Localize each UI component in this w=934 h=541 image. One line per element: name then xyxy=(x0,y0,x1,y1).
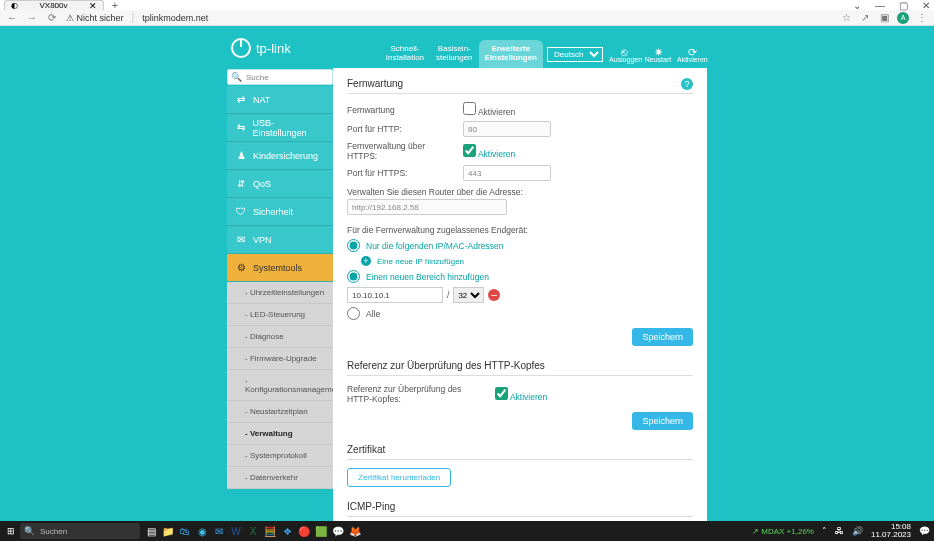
sidebar-item-usb[interactable]: ⇆USB-Einstellungen xyxy=(227,114,333,142)
taskbar-app-edge[interactable]: ◉ xyxy=(195,524,209,538)
refresh-icon: ⟳ xyxy=(677,48,707,56)
logout-button[interactable]: ⎋Ausloggen xyxy=(609,48,639,64)
taskbar-app-word[interactable]: W xyxy=(229,524,243,538)
win-minimize-icon[interactable]: — xyxy=(875,0,885,11)
tab-basic-settings[interactable]: Basisein-stellungen xyxy=(430,40,478,68)
taskbar-app-vscode[interactable]: ❖ xyxy=(280,524,294,538)
range-ip-input[interactable] xyxy=(347,287,443,303)
nav-forward-icon[interactable]: → xyxy=(26,12,38,23)
https-port-label: Port für HTTPS: xyxy=(347,168,455,178)
nav-back-icon[interactable]: ← xyxy=(6,12,18,23)
gear-icon: ⚙ xyxy=(235,262,247,273)
subitem-firmware[interactable]: - Firmware-Upgrade xyxy=(227,348,333,370)
taskbar-app-explorer[interactable]: 📁 xyxy=(161,524,175,538)
save-button-remote[interactable]: Speichern xyxy=(632,328,693,346)
taskbar-app-store[interactable]: 🛍 xyxy=(178,524,192,538)
share-icon[interactable]: ↗ xyxy=(859,12,871,23)
subitem-management[interactable]: - Verwaltung xyxy=(227,423,333,445)
tray-network-icon[interactable]: 🖧 xyxy=(835,526,844,536)
https-mgmt-label: Fernverwaltung über HTTPS: xyxy=(347,141,455,161)
tray-chevron-up-icon[interactable]: ˄ xyxy=(822,526,827,536)
sidebar-item-nat[interactable]: ⇄NAT xyxy=(227,86,333,114)
tplink-logo-icon xyxy=(231,38,251,58)
section-title-icmp: ICMP-Ping xyxy=(347,501,693,517)
security-indicator[interactable]: ⚠ Nicht sicher xyxy=(66,13,124,23)
sidebar-item-systemtools[interactable]: ⚙Systemtools xyxy=(227,254,333,282)
extensions-icon[interactable]: ▣ xyxy=(878,12,890,23)
tab-close-icon[interactable]: ✕ xyxy=(89,1,97,11)
task-view-icon[interactable]: ▤ xyxy=(144,524,158,538)
help-icon[interactable]: ? xyxy=(681,78,693,90)
remote-activate-checkbox[interactable]: Aktivieren xyxy=(463,102,515,117)
win-close-icon[interactable]: ✕ xyxy=(922,0,930,11)
language-select[interactable]: Deutsch xyxy=(547,47,603,62)
radio-only-ipmac[interactable] xyxy=(347,239,360,252)
radio-all-label: Alle xyxy=(366,309,380,319)
subitem-led[interactable]: - LED-Steuerung xyxy=(227,304,333,326)
subitem-time[interactable]: - Uhrzeitleinstellungen xyxy=(227,282,333,304)
taskbar-app-firefox[interactable]: 🦊 xyxy=(348,524,362,538)
add-ip-icon[interactable]: + xyxy=(361,256,371,266)
radio-all[interactable] xyxy=(347,307,360,320)
reboot-button[interactable]: ✷Neustart xyxy=(643,48,673,64)
profile-avatar[interactable]: A xyxy=(897,12,909,24)
save-button-referer[interactable]: Speichern xyxy=(632,412,693,430)
management-url-field xyxy=(347,199,507,215)
brand-logo: tp-link xyxy=(227,38,295,68)
tab-favicon: ◐ xyxy=(11,1,18,10)
subitem-reboot-schedule[interactable]: - Neustartzeitplan xyxy=(227,401,333,423)
subitem-diagnose[interactable]: - Diagnose xyxy=(227,326,333,348)
http-port-label: Port für HTTP: xyxy=(347,124,455,134)
menu-icon[interactable]: ⋮ xyxy=(916,12,928,23)
radio-add-range[interactable] xyxy=(347,270,360,283)
taskbar-search-input[interactable]: Suchen xyxy=(20,523,140,539)
http-port-input[interactable] xyxy=(463,121,551,137)
sidebar-item-vpn[interactable]: ✉VPN xyxy=(227,226,333,254)
logout-icon: ⎋ xyxy=(609,48,639,56)
radio-add-range-label: Einen neuen Bereich hinzufügen xyxy=(366,272,489,282)
tray-volume-icon[interactable]: 🔊 xyxy=(852,526,863,536)
tab-title: VX800v xyxy=(39,1,67,10)
browser-tab[interactable]: ◐ VX800v ✕ xyxy=(4,0,104,10)
range-mask-select[interactable]: 32 xyxy=(453,287,484,303)
sidebar-search-input[interactable]: Suche xyxy=(227,69,333,85)
tab-advanced-settings[interactable]: ErweiterteEinstellungen xyxy=(479,40,543,68)
qos-icon: ⇵ xyxy=(235,178,247,189)
win-restore-down-icon[interactable]: ⌄ xyxy=(853,0,861,11)
taskbar-app-chrome[interactable]: 🔴 xyxy=(297,524,311,538)
taskbar-app-term[interactable]: 🟩 xyxy=(314,524,328,538)
subitem-config[interactable]: - Konfigurationsmanagement xyxy=(227,370,333,401)
tab-quick-install[interactable]: Schnell-Installation xyxy=(380,40,430,68)
bookmark-icon[interactable]: ☆ xyxy=(840,12,852,23)
taskbar-app-mail[interactable]: ✉ xyxy=(212,524,226,538)
https-port-input[interactable] xyxy=(463,165,551,181)
activate-button[interactable]: ⟳Aktivieren xyxy=(677,48,707,64)
taskbar-app-calc[interactable]: 🧮 xyxy=(263,524,277,538)
radio-only-ipmac-label: Nur die folgenden IP/MAC-Adressen xyxy=(366,241,504,251)
range-separator: / xyxy=(447,290,449,300)
section-title-referer: Referenz zur Überprüfung des HTTP-Kopfes xyxy=(347,360,693,376)
new-tab-button[interactable]: + xyxy=(104,0,126,11)
sidebar-item-parental[interactable]: ♟Kindersicherung xyxy=(227,142,333,170)
https-activate-checkbox[interactable]: Aktivieren xyxy=(463,144,515,159)
sidebar-item-qos[interactable]: ⇵QoS xyxy=(227,170,333,198)
tray-notifications-icon[interactable]: 💬 xyxy=(919,526,930,536)
taskbar-app-msg[interactable]: 💬 xyxy=(331,524,345,538)
url-field[interactable]: tplinkmodem.net xyxy=(142,13,208,23)
sidebar-item-security[interactable]: 🛡Sicherheit xyxy=(227,198,333,226)
download-cert-button[interactable]: Zertifikat herunterladen xyxy=(347,468,451,487)
taskbar-clock[interactable]: 15:0811.07.2023 xyxy=(871,523,911,539)
subitem-traffic[interactable]: - Datenverkehr xyxy=(227,467,333,489)
url-hint-label: Verwalten Sie diesen Router über die Adr… xyxy=(347,187,693,197)
link-add-ip[interactable]: Eine neue IP hinzufügen xyxy=(377,257,464,266)
taskbar-app-excel[interactable]: X xyxy=(246,524,260,538)
parental-icon: ♟ xyxy=(235,150,247,161)
nav-reload-icon[interactable]: ⟳ xyxy=(46,12,58,23)
referer-label: Referenz zur Überprüfung des HTTP-Kopfes… xyxy=(347,384,487,404)
start-button[interactable]: ⊞ xyxy=(4,526,18,536)
referer-activate-checkbox[interactable]: Aktivieren xyxy=(495,387,547,402)
win-maximize-icon[interactable]: ▢ xyxy=(899,0,908,11)
subitem-syslog[interactable]: - Systemprotokoll xyxy=(227,445,333,467)
delete-range-icon[interactable]: – xyxy=(488,289,500,301)
taskbar-widget-stocks[interactable]: ↗ MDAX +1,26% xyxy=(752,527,814,536)
